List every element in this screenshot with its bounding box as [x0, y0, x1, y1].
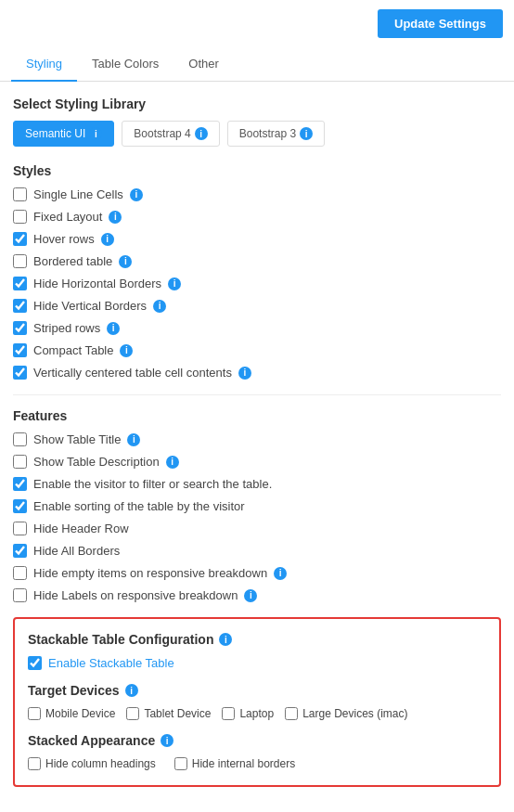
enable-stackable-row: Enable Stackable Table — [28, 656, 486, 670]
styles-section: Styles Single Line Cells i Fixed Layout … — [13, 163, 501, 380]
compact-table-info-icon[interactable]: i — [120, 344, 133, 357]
lib-bootstrap4-label: Bootstrap 4 — [134, 127, 190, 140]
device-mobile-label: Mobile Device — [45, 707, 115, 720]
appearance-hide-borders-checkbox[interactable] — [174, 757, 187, 770]
appearance-hide-borders: Hide internal borders — [174, 757, 295, 770]
checkbox-hide-empty-items: Hide empty items on responsive breakdown… — [13, 566, 501, 580]
vertically-centered-info-icon[interactable]: i — [238, 367, 251, 380]
checkbox-hover-rows-input[interactable] — [13, 232, 27, 246]
appearance-row: Hide column headings Hide internal borde… — [28, 757, 486, 770]
single-line-cells-info-icon[interactable]: i — [130, 188, 143, 201]
checkbox-compact-table-input[interactable] — [13, 343, 27, 357]
checkbox-hide-labels-label: Hide Labels on responsive breakdown — [33, 588, 238, 602]
lib-semantic-ui-info-icon[interactable]: i — [89, 127, 102, 140]
checkbox-hide-vertical-borders-input[interactable] — [13, 299, 27, 313]
show-table-description-info-icon[interactable]: i — [166, 456, 179, 469]
device-mobile-checkbox[interactable] — [28, 707, 41, 720]
device-tablet-checkbox[interactable] — [126, 707, 139, 720]
show-table-title-info-icon[interactable]: i — [127, 433, 140, 446]
checkbox-fixed-layout-input[interactable] — [13, 210, 27, 224]
checkbox-fixed-layout-label: Fixed Layout — [33, 210, 102, 224]
library-buttons: Semantic UI i Bootstrap 4 i Bootstrap 3 … — [13, 121, 501, 147]
checkbox-enable-filter-label: Enable the visitor to filter or search t… — [33, 477, 272, 491]
library-section-title: Select Styling Library — [13, 97, 501, 111]
appearance-hide-headings-checkbox[interactable] — [28, 757, 41, 770]
checkbox-hide-all-borders-input[interactable] — [13, 544, 27, 558]
checkbox-vertically-centered: Vertically centered table cell contents … — [13, 366, 501, 380]
lib-bootstrap4[interactable]: Bootstrap 4 i — [122, 121, 219, 147]
update-settings-button[interactable]: Update Settings — [378, 9, 503, 38]
divider-1 — [13, 394, 501, 395]
stackable-config-box: Stackable Table Configuration i Enable S… — [13, 617, 501, 787]
checkbox-single-line-cells: Single Line Cells i — [13, 187, 501, 201]
top-bar: Update Settings — [0, 0, 514, 47]
lib-bootstrap4-info-icon[interactable]: i — [195, 127, 208, 140]
hide-vertical-borders-info-icon[interactable]: i — [153, 300, 166, 313]
hide-empty-items-info-icon[interactable]: i — [274, 567, 287, 580]
content-area: Select Styling Library Semantic UI i Boo… — [0, 82, 514, 802]
checkbox-enable-filter-input[interactable] — [13, 477, 27, 491]
checkbox-hide-header-row-input[interactable] — [13, 522, 27, 535]
checkbox-hide-horizontal-borders: Hide Horizontal Borders i — [13, 277, 501, 290]
checkbox-hide-horizontal-borders-input[interactable] — [13, 277, 27, 290]
checkbox-striped-rows-label: Striped rows — [33, 321, 100, 335]
device-tablet: Tablet Device — [126, 707, 211, 720]
checkbox-hide-header-row: Hide Header Row — [13, 522, 501, 535]
checkbox-striped-rows-input[interactable] — [13, 321, 27, 335]
checkbox-fixed-layout: Fixed Layout i — [13, 210, 501, 224]
enable-stackable-label: Enable Stackable Table — [48, 656, 174, 670]
checkbox-bordered-table: Bordered table i — [13, 254, 501, 268]
appearance-hide-borders-label: Hide internal borders — [192, 757, 295, 770]
checkbox-hide-empty-items-label: Hide empty items on responsive breakdown — [33, 566, 267, 580]
lib-semantic-ui[interactable]: Semantic UI i — [13, 121, 114, 147]
checkbox-hide-empty-items-input[interactable] — [13, 566, 27, 580]
features-title: Features — [13, 408, 501, 423]
checkbox-hide-horizontal-borders-label: Hide Horizontal Borders — [33, 277, 161, 290]
device-laptop-checkbox[interactable] — [222, 707, 235, 720]
styles-title: Styles — [13, 163, 501, 178]
devices-row: Mobile Device Tablet Device Laptop Large… — [28, 707, 486, 720]
striped-rows-info-icon[interactable]: i — [107, 322, 120, 335]
lib-bootstrap3[interactable]: Bootstrap 3 i — [227, 121, 325, 147]
checkbox-single-line-cells-input[interactable] — [13, 187, 27, 201]
checkbox-show-table-description: Show Table Description i — [13, 455, 501, 469]
device-tablet-label: Tablet Device — [144, 707, 211, 720]
target-devices-info-icon[interactable]: i — [125, 684, 138, 697]
target-devices-title-text: Target Devices — [28, 683, 120, 698]
stacked-appearance-title: Stacked Appearance i — [28, 733, 486, 748]
checkbox-hide-header-row-label: Hide Header Row — [33, 522, 129, 535]
checkbox-show-table-description-label: Show Table Description — [33, 455, 160, 469]
device-large-checkbox[interactable] — [285, 707, 298, 720]
device-large-label: Large Devices (imac) — [302, 707, 407, 720]
stackable-title-text: Stackable Table Configuration — [28, 632, 213, 647]
checkbox-show-table-description-input[interactable] — [13, 455, 27, 469]
fixed-layout-info-icon[interactable]: i — [109, 211, 122, 224]
bordered-table-info-icon[interactable]: i — [119, 255, 132, 268]
tab-styling[interactable]: Styling — [11, 47, 77, 82]
target-devices-title: Target Devices i — [28, 683, 486, 698]
checkbox-enable-sorting-input[interactable] — [13, 499, 27, 513]
checkbox-vertically-centered-input[interactable] — [13, 366, 27, 380]
appearance-hide-headings-label: Hide column headings — [45, 757, 156, 770]
checkbox-hide-vertical-borders: Hide Vertical Borders i — [13, 299, 501, 313]
checkbox-show-table-title-input[interactable] — [13, 432, 27, 446]
lib-bootstrap3-info-icon[interactable]: i — [300, 127, 313, 140]
lib-bootstrap3-label: Bootstrap 3 — [239, 127, 296, 140]
checkbox-enable-sorting: Enable sorting of the table by the visit… — [13, 499, 501, 513]
stacked-appearance-info-icon[interactable]: i — [161, 734, 173, 747]
device-laptop-label: Laptop — [239, 707, 274, 720]
enable-stackable-checkbox[interactable] — [28, 656, 42, 670]
checkbox-hide-all-borders-label: Hide All Borders — [33, 544, 120, 558]
checkbox-bordered-table-input[interactable] — [13, 254, 27, 268]
appearance-hide-headings: Hide column headings — [28, 757, 156, 770]
checkbox-hide-labels-input[interactable] — [13, 588, 27, 602]
stacked-appearance-title-text: Stacked Appearance — [28, 733, 155, 748]
checkbox-striped-rows: Striped rows i — [13, 321, 501, 335]
stackable-info-icon[interactable]: i — [219, 633, 232, 646]
tab-other[interactable]: Other — [173, 47, 234, 82]
hover-rows-info-icon[interactable]: i — [101, 233, 114, 246]
hide-horizontal-borders-info-icon[interactable]: i — [168, 277, 181, 290]
hide-labels-info-icon[interactable]: i — [244, 589, 257, 602]
checkbox-enable-filter: Enable the visitor to filter or search t… — [13, 477, 501, 491]
tab-table-colors[interactable]: Table Colors — [77, 47, 173, 82]
